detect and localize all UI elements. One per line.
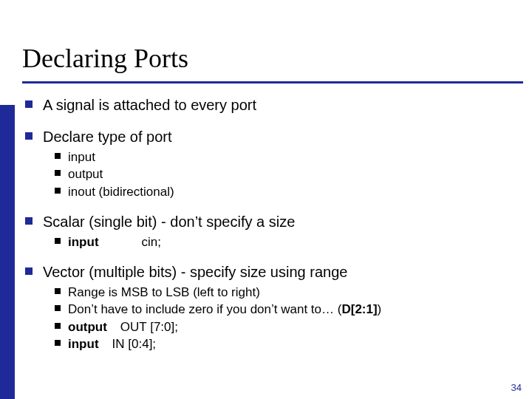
keyword-input: input [68, 235, 99, 249]
bullet-declare-type: Declare type of port input output inout … [22, 128, 516, 200]
sublist-scalar: inputcin; [43, 234, 516, 250]
example-range: D[2:1] [341, 302, 377, 316]
sub-text: Range is MSB to LSB (left to right) [68, 285, 260, 299]
left-rail [0, 105, 15, 399]
sub-output: output [53, 166, 516, 182]
sub-input-decl: inputIN [0:4]; [53, 336, 516, 352]
page-number: 34 [511, 382, 522, 393]
sub-range-msb-lsb: Range is MSB to LSB (left to right) [53, 284, 516, 300]
sublist-vector: Range is MSB to LSB (left to right) Don’… [43, 284, 516, 352]
bullet-text: Scalar (single bit) - don’t specify a si… [43, 214, 295, 230]
title-underline [22, 81, 523, 83]
sub-text: input [68, 150, 95, 164]
sub-range-zero: Don’t have to include zero if you don’t … [53, 301, 516, 317]
bullet-text: Vector (multiple bits) - specify size us… [43, 264, 347, 280]
bullet-text: A signal is attached to every port [43, 97, 256, 113]
bullet-vector: Vector (multiple bits) - specify size us… [22, 263, 516, 352]
decl-text: IN [0:4]; [112, 337, 157, 351]
sub-output-decl: outputOUT [7:0]; [53, 319, 516, 335]
decl-text: OUT [7:0]; [120, 320, 178, 334]
sub-inout: inout (bidirectional) [53, 184, 516, 200]
sub-text: inout (bidirectional) [68, 185, 174, 199]
sub-scalar-decl: inputcin; [53, 234, 516, 250]
sub-text: output [68, 167, 103, 181]
bullet-list: A signal is attached to every port Decla… [22, 96, 516, 353]
slide: Declaring Ports A signal is attached to … [0, 0, 532, 399]
decl-text: cin; [142, 235, 161, 249]
sub-text-c: ) [378, 302, 382, 316]
sub-text-a: Don’t have to include zero if you don’t … [68, 302, 341, 316]
bullet-text: Declare type of port [43, 129, 172, 145]
bullet-scalar: Scalar (single bit) - don’t specify a si… [22, 213, 516, 250]
slide-title: Declaring Ports [22, 43, 188, 74]
bullet-signal: A signal is attached to every port [22, 96, 516, 115]
keyword-output: output [68, 320, 107, 334]
sub-input: input [53, 149, 516, 165]
sublist-port-types: input output inout (bidirectional) [43, 149, 516, 200]
keyword-input: input [68, 337, 99, 351]
